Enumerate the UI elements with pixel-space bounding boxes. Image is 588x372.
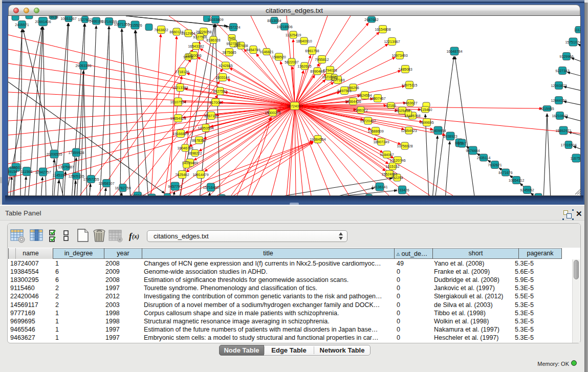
svg-text:6794028: 6794028: [323, 69, 337, 72]
svg-text:16154808: 16154808: [375, 28, 390, 31]
svg-text:15524851: 15524851: [381, 172, 397, 176]
svg-text:14099489: 14099489: [182, 161, 198, 165]
svg-text:1145194: 1145194: [53, 173, 67, 177]
svg-text:917006: 917006: [209, 101, 221, 104]
svg-text:20691406: 20691406: [35, 20, 51, 24]
svg-text:12213967: 12213967: [384, 40, 400, 43]
svg-text:20206535: 20206535: [46, 152, 62, 156]
svg-text:9327506: 9327506: [193, 35, 207, 39]
svg-text:1733426: 1733426: [395, 188, 409, 192]
svg-text:18640910: 18640910: [296, 39, 312, 43]
svg-text:9197: 9197: [458, 142, 466, 145]
svg-text:(x): (x): [132, 233, 139, 240]
svg-text:19938: 19938: [48, 16, 58, 19]
svg-text:9699695: 9699695: [420, 121, 433, 124]
svg-text:2687682: 2687682: [364, 18, 378, 21]
svg-text:19166829: 19166829: [172, 132, 188, 136]
svg-text:5938923: 5938923: [443, 135, 457, 138]
svg-text:188501: 188501: [10, 166, 21, 169]
svg-text:2803144: 2803144: [215, 76, 229, 79]
svg-text:7485083: 7485083: [398, 68, 412, 71]
svg-text:18724007: 18724007: [287, 104, 302, 108]
svg-text:20364436: 20364436: [345, 100, 361, 103]
svg-text:11123: 11123: [574, 28, 580, 32]
svg-text:12923448: 12923448: [129, 194, 145, 196]
svg-text:8471676: 8471676: [498, 171, 512, 174]
svg-text:16782759: 16782759: [115, 186, 130, 190]
svg-text:15300275: 15300275: [265, 111, 280, 115]
svg-text:15751074: 15751074: [565, 40, 580, 44]
svg-text:17957255: 17957255: [83, 178, 99, 181]
svg-text:546: 546: [229, 36, 235, 40]
svg-text:16409954: 16409954: [430, 129, 446, 133]
svg-text:7857224: 7857224: [226, 26, 240, 29]
svg-text:9463627: 9463627: [403, 101, 417, 105]
svg-text:12942757: 12942757: [35, 170, 51, 174]
svg-text:8267150: 8267150: [204, 114, 218, 118]
svg-text:10807467: 10807467: [369, 97, 385, 100]
svg-text:15892971: 15892971: [555, 129, 571, 133]
svg-text:9146821: 9146821: [259, 50, 273, 54]
svg-text:12444151: 12444151: [551, 99, 567, 102]
svg-text:10688609: 10688609: [367, 129, 383, 133]
svg-text:7515526: 7515526: [128, 24, 142, 27]
svg-text:10973493: 10973493: [391, 54, 407, 57]
svg-text:12654923: 12654923: [401, 129, 417, 133]
svg-text:6961758: 6961758: [305, 49, 319, 53]
svg-text:8912954: 8912954: [181, 32, 195, 35]
svg-text:19384554: 19384554: [310, 138, 325, 141]
svg-text:10654112: 10654112: [509, 179, 525, 182]
svg-text:13958107: 13958107: [98, 182, 114, 185]
svg-text:62160: 62160: [386, 104, 396, 107]
svg-text:9329966: 9329966: [559, 55, 573, 58]
svg-text:8990448: 8990448: [310, 70, 324, 73]
svg-text:7955812: 7955812: [315, 58, 329, 61]
svg-text:10756928: 10756928: [397, 144, 412, 148]
svg-text:14136141: 14136141: [372, 185, 387, 189]
svg-text:9457791: 9457791: [168, 185, 182, 188]
svg-text:16033809: 16033809: [207, 18, 223, 21]
svg-text:10025458: 10025458: [394, 109, 410, 113]
svg-text:16046798: 16046798: [177, 146, 193, 150]
svg-text:7632621: 7632621: [488, 163, 502, 167]
svg-text:8678352: 8678352: [192, 139, 206, 142]
svg-text:7663822: 7663822: [154, 28, 168, 32]
svg-text:116753: 116753: [571, 157, 580, 160]
svg-text:1588520: 1588520: [272, 55, 286, 59]
svg-text:11325419: 11325419: [286, 33, 301, 37]
svg-text:12213382: 12213382: [172, 86, 188, 90]
svg-text:9115460: 9115460: [419, 108, 432, 112]
svg-text:15720407: 15720407: [360, 119, 376, 123]
svg-text:12975115: 12975115: [402, 83, 418, 87]
svg-text:28226058: 28226058: [195, 30, 211, 34]
svg-text:8698222: 8698222: [188, 151, 202, 155]
svg-text:12093873: 12093873: [551, 84, 567, 87]
svg-text:15716485: 15716485: [203, 186, 219, 189]
svg-text:8215955: 8215955: [540, 107, 554, 111]
svg-text:19654925: 19654925: [170, 117, 186, 120]
svg-text:2967608: 2967608: [234, 44, 248, 48]
svg-text:7986372: 7986372: [354, 108, 367, 112]
svg-text:1615152: 1615152: [385, 165, 399, 168]
svg-text:945: 945: [331, 76, 337, 79]
svg-text:16210643: 16210643: [552, 114, 568, 118]
svg-text:3875685: 3875685: [222, 51, 236, 54]
svg-text:10914479: 10914479: [192, 173, 208, 177]
svg-text:9474444: 9474444: [466, 149, 480, 152]
svg-text:19218506: 19218506: [276, 25, 292, 29]
svg-text:7625402: 7625402: [175, 173, 189, 177]
svg-text:15495768: 15495768: [404, 114, 420, 118]
svg-text:2718126: 2718126: [175, 70, 189, 74]
svg-text:8813054: 8813054: [267, 19, 281, 23]
svg-text:8427552: 8427552: [213, 90, 227, 93]
svg-text:8454749: 8454749: [246, 48, 260, 52]
svg-text:5822037: 5822037: [285, 60, 298, 64]
svg-text:9184067: 9184067: [380, 153, 394, 157]
svg-text:2405571: 2405571: [15, 23, 29, 27]
svg-text:16107554: 16107554: [170, 100, 186, 104]
svg-text:98963: 98963: [183, 55, 193, 59]
svg-text:10671355: 10671355: [114, 23, 129, 26]
svg-text:9242845: 9242845: [219, 64, 232, 68]
svg-text:10653267: 10653267: [60, 17, 76, 20]
svg-text:13975887: 13975887: [58, 165, 74, 169]
